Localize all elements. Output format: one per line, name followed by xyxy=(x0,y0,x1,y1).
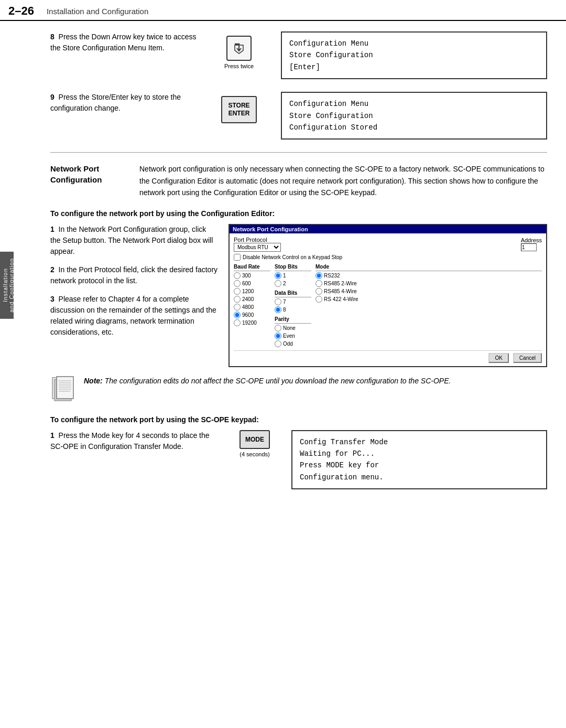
baud-9600-radio[interactable] xyxy=(234,312,241,318)
note-prefix: Note: xyxy=(84,377,103,385)
config-step1-num: 1 xyxy=(50,225,55,233)
mode-lcd-line4: Configuration menu. xyxy=(300,472,539,483)
config-step2: 2 In the Port Protocol field, click the … xyxy=(50,264,218,286)
baud-1200-radio[interactable] xyxy=(234,288,241,295)
baud-rate-col: Baud Rate 300 600 1200 2400 4800 9600 19… xyxy=(234,264,270,348)
step8-key-area: Press twice xyxy=(208,31,270,69)
mode-rs485-2wire: RS485 2-Wire xyxy=(315,280,542,287)
step8-lcd-line3: [Enter] xyxy=(289,61,539,73)
address-input[interactable] xyxy=(521,243,537,251)
baud-19200-radio[interactable] xyxy=(234,319,241,326)
port-protocol-label: Port Protocol xyxy=(234,237,517,243)
step8-body: Press the Down Arrow key twice to access… xyxy=(50,33,197,52)
mode-col: Mode RS232 RS485 2-Wire RS485 4-Wire RS … xyxy=(315,264,542,348)
baud-19200: 19200 xyxy=(234,319,270,326)
data-8: 8 xyxy=(275,306,311,313)
config-step1-text: In the Network Port Configuration group,… xyxy=(50,225,213,255)
data-8-radio[interactable] xyxy=(275,306,281,313)
step8-lcd: Configuration Menu Store Configuration [… xyxy=(281,31,547,79)
data-7: 7 xyxy=(275,298,311,305)
config-step1: 1 In the Network Port Configuration grou… xyxy=(50,224,218,257)
baud-300: 300 xyxy=(234,272,270,279)
config-keypad-heading: To configure the network port by using t… xyxy=(50,415,547,424)
mode-step1-num: 1 xyxy=(50,431,55,440)
disable-network-checkbox[interactable] xyxy=(234,254,241,261)
step8-lcd-line2: Store Configuration xyxy=(289,49,539,61)
dialog-ok-button[interactable]: OK xyxy=(488,353,508,363)
baud-600: 600 xyxy=(234,280,270,287)
config-step2-num: 2 xyxy=(50,265,55,274)
mode-rs485-4wire: RS485 4-Wire xyxy=(315,288,542,295)
mode-rs422-4wire: RS 422 4-Wire xyxy=(315,296,542,303)
config-dialog-area: Network Port Configuration Port Protocol… xyxy=(228,224,547,367)
parity-even: Even xyxy=(275,333,311,339)
config-steps-left: 1 In the Network Port Configuration grou… xyxy=(50,224,218,345)
mode-header: Mode xyxy=(315,264,542,271)
network-port-dialog: Network Port Configuration Port Protocol… xyxy=(228,224,547,367)
network-port-body: Network port configuration is only neces… xyxy=(139,163,547,198)
address-label: Address xyxy=(521,237,542,243)
step8-text: 8 Press the Down Arrow key twice to acce… xyxy=(50,31,197,53)
mode-rs485-2wire-radio[interactable] xyxy=(315,280,322,287)
dialog-cancel-button[interactable]: Cancel xyxy=(513,353,542,363)
dialog-title: Network Port Configuration xyxy=(230,225,546,233)
mode-key: MODE xyxy=(240,430,270,449)
step9-body: Press the Store/Enter key to store the c… xyxy=(50,93,181,112)
section-divider-1 xyxy=(50,152,547,153)
parity-odd-radio[interactable] xyxy=(275,340,281,347)
step9-lcd-line3: Configuration Stored xyxy=(289,122,539,133)
stop-2-radio[interactable] xyxy=(275,280,281,287)
baud-4800-radio[interactable] xyxy=(234,304,241,311)
page-number: 2–26 xyxy=(8,4,34,18)
stop-bits-header: Stop Bits xyxy=(275,264,311,271)
note-section: Note: The configuration edits do not aff… xyxy=(50,376,547,405)
port-protocol-select[interactable]: Modbus RTU xyxy=(234,243,281,252)
stop-data-col: Stop Bits 1 2 Data Bits 7 8 Parity None xyxy=(275,264,311,348)
mode-lcd-line2: Waiting for PC... xyxy=(300,448,539,459)
press-twice-label: Press twice xyxy=(224,63,254,69)
mode-rs422-4wire-radio[interactable] xyxy=(315,296,322,303)
side-tab: Installation and Configuration xyxy=(0,252,14,319)
page-header: 2–26 Installation and Configuration xyxy=(0,0,566,21)
stop-1: 1 xyxy=(275,272,311,279)
step9-lcd-line2: Store Configuration xyxy=(289,110,539,122)
main-content: 8 Press the Down Arrow key twice to acce… xyxy=(19,21,558,500)
baud-600-radio[interactable] xyxy=(234,280,241,287)
step9-lcd-line1: Configuration Menu xyxy=(289,98,539,110)
baud-2400-radio[interactable] xyxy=(234,296,241,303)
note-icon xyxy=(50,376,75,405)
mode-lcd-line1: Config Transfer Mode xyxy=(300,436,539,448)
store-key-top: STORE xyxy=(228,102,249,110)
baud-4800: 4800 xyxy=(234,304,270,311)
baud-9600: 9600 xyxy=(234,312,270,318)
dialog-protocol-row: Port Protocol Modbus RTU Address xyxy=(234,237,542,252)
data-7-radio[interactable] xyxy=(275,298,281,305)
header-title: Installation and Configuration xyxy=(47,7,148,16)
note-body: The configuration edits do not affect th… xyxy=(105,377,451,385)
mode-rs232: RS232 xyxy=(315,272,542,279)
config-step2-text: In the Port Protocol field, click the de… xyxy=(50,265,217,285)
store-enter-key: STORE ENTER xyxy=(221,96,257,123)
step9-text: 9 Press the Store/Enter key to store the… xyxy=(50,92,197,114)
parity-even-radio[interactable] xyxy=(275,333,281,339)
disable-network-label: Disable Network Control on a Keypad Stop xyxy=(243,254,342,260)
parity-none-radio[interactable] xyxy=(275,325,281,331)
dialog-buttons: OK Cancel xyxy=(234,350,542,363)
baud-2400: 2400 xyxy=(234,296,270,303)
config-step3-num: 3 xyxy=(50,295,55,303)
note-text: Note: The configuration edits do not aff… xyxy=(84,376,451,387)
stop-1-radio[interactable] xyxy=(275,272,281,279)
mode-rs232-radio[interactable] xyxy=(315,272,322,279)
svg-rect-4 xyxy=(57,377,73,399)
mode-step-left: 1 Press the Mode key for 4 seconds to pl… xyxy=(50,430,218,459)
parity-odd: Odd xyxy=(275,340,311,347)
config-step3: 3 Please refer to Chapter 4 for a comple… xyxy=(50,294,218,338)
network-port-section: Network Port Configuration Network port … xyxy=(50,163,547,198)
stop-2: 2 xyxy=(275,280,311,287)
dialog-body: Port Protocol Modbus RTU Address xyxy=(230,233,546,366)
mode-rs485-4wire-radio[interactable] xyxy=(315,288,322,295)
baud-300-radio[interactable] xyxy=(234,272,241,279)
mode-lcd-line3: Press MODE key for xyxy=(300,459,539,471)
baud-rate-header: Baud Rate xyxy=(234,264,270,271)
config-step3-text: Please refer to Chapter 4 for a complete… xyxy=(50,295,216,336)
